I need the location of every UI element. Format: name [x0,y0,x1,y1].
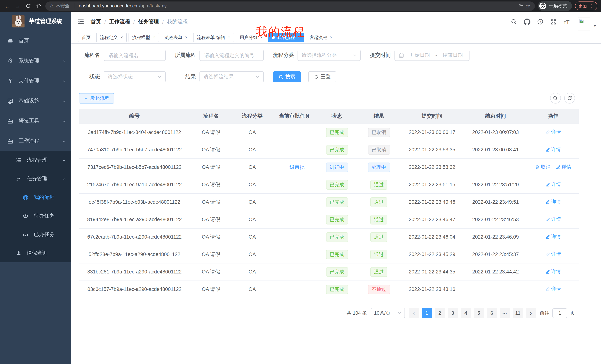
result-select[interactable]: 请选择流结果 [200,71,264,82]
cancel-link[interactable]: 取消 [535,164,551,171]
cell-result: 通过 [357,228,401,246]
tab-close-icon[interactable]: × [120,35,123,40]
browser-home-icon[interactable] [35,2,42,10]
security-warning-icon[interactable]: ⚠ [50,3,54,9]
detail-link[interactable]: 详情 [545,129,561,136]
sidebar-item-todo-tasks[interactable]: 待办任务 [0,207,71,225]
breadcrumb-item[interactable]: 工作流程 [109,18,130,25]
sidebar-item-workflow[interactable]: 工作流程 [0,131,71,151]
search-icon[interactable] [511,19,517,25]
page-size-select[interactable]: 10条/页 [371,308,405,318]
sidebar-item-task-management[interactable]: 任务管理 [0,170,71,188]
edit-icon [545,217,550,222]
reset-button[interactable]: 重置 [308,71,336,82]
breadcrumb-item[interactable]: 首页 [91,18,101,25]
page-button-1[interactable]: 1 [421,308,432,318]
tab-process-form-edit[interactable]: 流程表单-编辑× [193,33,234,42]
cell-result: 已取消 [357,141,401,158]
github-icon[interactable] [524,18,531,25]
page-button-2[interactable]: 2 [435,308,445,318]
font-size-icon[interactable]: TT [563,18,571,25]
sidebar-item-system-management[interactable]: ⚙系统管理 [0,51,71,71]
prev-page-button[interactable]: ‹ [409,308,419,318]
avatar[interactable] [578,17,590,30]
search-button-label: 搜索 [285,74,295,80]
sidebar-item-leave-query[interactable]: 请假查询 [0,244,71,262]
process-category-select[interactable]: 请选择流程分类 [298,50,361,61]
create-process-button[interactable]: ＋ 发起流程 [79,93,114,103]
cell-name: OA 请假 [190,211,232,228]
fullscreen-icon[interactable] [550,18,557,25]
sidebar-item-done-tasks[interactable]: 已办任务 [0,225,71,244]
sidebar-item-dev-tools[interactable]: 研发工具 [0,111,71,131]
cell-category: OA [232,263,273,280]
url-bar[interactable]: ⚠ 不安全 dashboard.yudao.iocoder.cn/bpm/tas… [45,1,535,10]
column-header-id: 编号 [79,109,190,124]
chevron-down-icon [352,53,357,57]
page-button-11[interactable]: 11 [513,308,523,318]
tab-close-icon[interactable]: × [185,35,188,40]
detail-link[interactable]: 详情 [545,234,561,240]
page-button-5[interactable]: 5 [474,308,484,318]
bookmark-star-icon[interactable]: ☆ [525,3,531,9]
show-search-button[interactable] [550,93,561,104]
browser-forward-icon[interactable]: → [14,2,21,10]
breadcrumb-item[interactable]: 任务管理 [138,18,159,25]
submit-time-range-picker[interactable]: 开始日期 - 结束日期 [394,50,470,61]
tab-close-icon[interactable]: × [260,35,263,40]
more-pages-button[interactable]: ••• [500,308,510,318]
column-header-name: 流程名 [190,109,232,124]
parent-process-input[interactable] [200,50,264,61]
detail-link[interactable]: 详情 [545,286,561,293]
detail-link[interactable]: 详情 [545,268,561,275]
browser-reload-icon[interactable] [25,2,32,10]
page-button-4[interactable]: 4 [461,308,471,318]
detail-link[interactable]: 详情 [545,146,561,153]
svg-text:T: T [564,20,566,24]
filter-label-process-category: 流程分类 [273,52,294,59]
browser-back-icon[interactable]: ← [4,2,11,10]
detail-link[interactable]: 详情 [556,164,571,171]
page-button-3[interactable]: 3 [448,308,458,318]
search-button[interactable]: 搜索 [273,71,301,82]
filter-form: 流程名 所属流程 流程分类 请选择流程分类 提交时间 [79,50,601,82]
tab-start-process[interactable]: 发起流程× [306,33,336,42]
cell-status: 已完成 [316,176,357,193]
detail-link[interactable]: 详情 [545,199,561,205]
user-menu-caret-icon[interactable]: ▾ [594,24,596,28]
detail-link[interactable]: 详情 [545,216,561,223]
cell-id: 7470a810-7b9b-11ec-b5b7-acde48001122 [79,141,190,158]
browser-update-button[interactable]: 更新 ⋮ [575,1,597,10]
cell-submit-time: 2022-01-22 23:46:47 [401,211,464,228]
current-task-link[interactable]: 一级审批 [285,164,305,170]
status-select[interactable]: 请选择状态 [104,71,166,82]
tab-close-icon[interactable]: × [228,35,230,40]
process-name-input[interactable] [104,50,166,61]
page-button-6[interactable]: 6 [487,308,497,318]
sidebar-collapse-icon[interactable] [77,18,84,25]
cell-id: 819442e8-7b9a-11ec-a290-acde48001122 [79,211,190,228]
sidebar-item-payment-management[interactable]: ¥支付管理 [0,71,71,91]
browser-menu-icon[interactable]: ⋮ [590,3,594,9]
sidebar-item-home[interactable]: 首页 [0,31,71,51]
tab-process-definition[interactable]: 流程定义× [96,33,127,42]
tab-process-form[interactable]: 流程表单× [161,33,191,42]
detail-link[interactable]: 详情 [545,251,561,258]
tab-close-icon[interactable]: × [298,35,300,40]
detail-link[interactable]: 详情 [545,181,561,188]
next-page-button[interactable]: › [526,308,536,318]
tab-close-icon[interactable]: × [153,35,155,40]
sidebar-item-process-management[interactable]: 流程管理 [0,151,71,170]
tab-home[interactable]: 首页 [78,33,94,42]
help-icon[interactable]: ? [537,19,543,25]
sidebar-item-my-process[interactable]: 我的流程 [0,188,71,207]
tab-process-model[interactable]: 流程模型× [129,33,159,42]
refresh-table-button[interactable] [564,93,575,104]
sidebar-logo-row[interactable]: 芋道管理系统 [0,12,71,31]
incognito-label: 无痕模式 [549,3,568,9]
status-badge: 已完成 [326,232,348,242]
password-key-icon[interactable] [518,3,523,9]
sidebar-item-infrastructure[interactable]: 基础设施 [0,91,71,111]
tab-close-icon[interactable]: × [330,35,332,40]
goto-page-input[interactable] [552,308,567,318]
